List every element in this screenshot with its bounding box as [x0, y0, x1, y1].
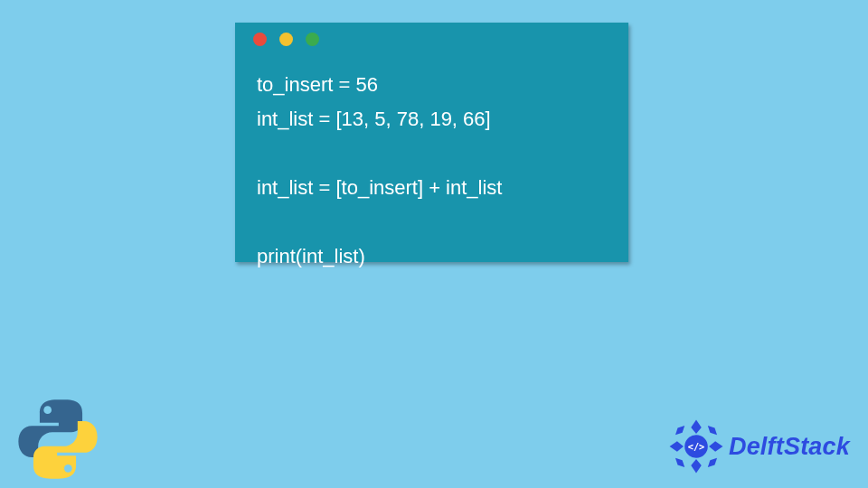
code-content: to_insert = 56 int_list = [13, 5, 78, 19… — [235, 55, 628, 288]
window-titlebar — [235, 23, 628, 55]
delftstack-label: DelftStack — [729, 433, 850, 461]
code-line: print(int_list) — [257, 245, 365, 267]
python-logo-icon — [14, 396, 101, 483]
delftstack-logo: </> DelftStack — [667, 418, 850, 475]
svg-point-1 — [64, 465, 72, 473]
maximize-icon — [306, 33, 319, 46]
close-icon — [253, 33, 267, 46]
code-line: int_list = [13, 5, 78, 19, 66] — [257, 108, 491, 130]
svg-point-0 — [43, 406, 52, 414]
minimize-icon — [279, 33, 293, 46]
code-line: to_insert = 56 — [257, 73, 378, 96]
code-line: int_list = [to_insert] + int_list — [257, 176, 502, 199]
svg-text:</>: </> — [688, 441, 705, 452]
delftstack-badge-icon: </> — [667, 418, 725, 475]
code-window: to_insert = 56 int_list = [13, 5, 78, 19… — [235, 23, 628, 262]
